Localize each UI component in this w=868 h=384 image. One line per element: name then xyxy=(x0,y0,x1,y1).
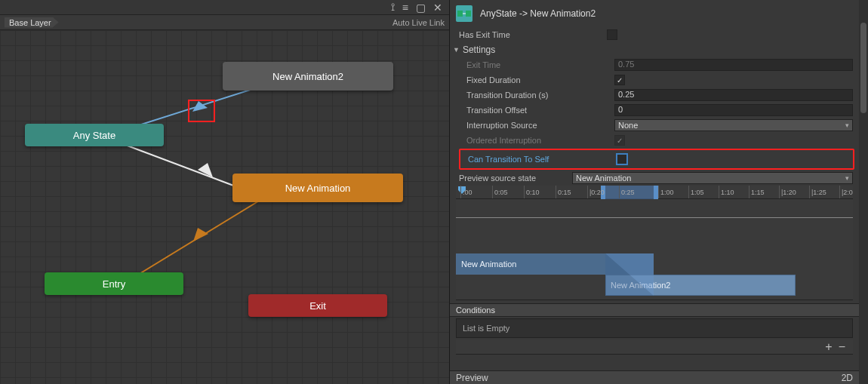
can-transition-to-self-checkbox[interactable] xyxy=(616,153,628,165)
prop-has-exit-time: Has Exit Time xyxy=(450,27,859,42)
inspector-header: AnyState -> New Animation2 xyxy=(450,0,859,27)
node-entry[interactable]: Entry xyxy=(45,272,183,295)
ordered-interruption-label: Ordered Interruption xyxy=(466,136,614,145)
close-icon[interactable]: ✕ xyxy=(431,2,445,14)
timeline-ruler[interactable]: :00 0:05 0:10 0:15 |0:20 0:25 1:00 1:05 … xyxy=(456,186,853,199)
node-new-animation[interactable]: New Animation xyxy=(232,174,403,202)
transition-duration-label: Transition Duration (s) xyxy=(466,91,614,100)
chevron-down-icon: ▾ xyxy=(845,121,849,129)
remove-condition-button[interactable]: − xyxy=(839,340,845,354)
transition-offset-label: Transition Offset xyxy=(466,106,614,115)
svg-marker-5 xyxy=(193,228,208,241)
fixed-duration-checkbox[interactable] xyxy=(614,75,625,85)
transition-icon xyxy=(456,5,472,22)
transition-timeline[interactable]: :00 0:05 0:10 0:15 |0:20 0:25 1:00 1:05 … xyxy=(456,186,853,300)
preview-mode-toggle[interactable]: 2D xyxy=(842,373,853,383)
auto-live-link-button[interactable]: Auto Live Link xyxy=(392,18,445,27)
preview-label: Preview xyxy=(456,373,488,383)
svg-rect-7 xyxy=(466,11,471,17)
lock-icon[interactable]: ⟟ xyxy=(389,1,397,14)
ordered-interruption-checkbox xyxy=(614,135,625,146)
preview-source-select[interactable]: New Animation ▾ xyxy=(572,172,853,184)
minimize-icon[interactable]: ▢ xyxy=(414,2,428,14)
highlight-can-transition-to-self: Can Transition To Self xyxy=(459,149,854,170)
exit-time-field: 0.75 xyxy=(614,59,853,71)
svg-rect-6 xyxy=(457,11,463,17)
interruption-source-select[interactable]: None ▾ xyxy=(614,119,853,131)
inspector-panel: AnyState -> New Animation2 Has Exit Time… xyxy=(449,0,868,384)
node-anystate[interactable]: Any State xyxy=(25,124,164,146)
svg-marker-1 xyxy=(192,101,208,112)
timeline-baseline xyxy=(456,217,853,218)
conditions-toolbar: + − xyxy=(456,339,853,355)
window-controls: ⟟ ≡ ▢ ✕ xyxy=(0,0,449,15)
preview-source-label: Preview source state xyxy=(459,174,572,183)
conditions-header: Conditions xyxy=(450,303,859,317)
blend-triangle xyxy=(605,253,654,296)
scrollbar-thumb[interactable] xyxy=(860,23,866,113)
chevron-down-icon: ▼ xyxy=(453,46,460,54)
node-exit[interactable]: Exit xyxy=(248,294,387,317)
interruption-source-label: Interruption Source xyxy=(466,121,614,130)
inspector-title: AnyState -> New Animation2 xyxy=(480,8,596,19)
node-new-animation2[interactable]: New Animation2 xyxy=(223,62,393,91)
preview-bar: Preview 2D xyxy=(450,370,859,384)
animator-toolbar: Base Layer Auto Live Link xyxy=(0,15,449,30)
can-transition-to-self-label: Can Transition To Self xyxy=(468,155,616,164)
timeline-body[interactable]: New Animation New Animation2 xyxy=(456,199,853,300)
animator-graph[interactable]: Any State New Animation2 New Animation E… xyxy=(0,30,449,384)
inspector-scrollbar[interactable] xyxy=(859,0,868,384)
fixed-duration-label: Fixed Duration xyxy=(466,75,614,84)
animator-panel: ⟟ ≡ ▢ ✕ Base Layer Auto Live Link xyxy=(0,0,449,384)
menu-icon[interactable]: ≡ xyxy=(400,2,411,14)
breadcrumb[interactable]: Base Layer xyxy=(5,17,59,28)
has-exit-time-checkbox[interactable] xyxy=(607,29,617,40)
add-condition-button[interactable]: + xyxy=(825,340,832,354)
settings-label: Settings xyxy=(463,45,495,55)
svg-line-2 xyxy=(113,140,242,189)
transition-offset-field[interactable]: 0 xyxy=(614,104,853,116)
conditions-list: List is Empty xyxy=(456,318,853,338)
settings-foldout[interactable]: ▼ Settings xyxy=(450,42,859,57)
chevron-down-icon: ▾ xyxy=(845,174,849,182)
exit-time-label: Exit Time xyxy=(466,60,614,69)
transition-duration-field[interactable]: 0.25 xyxy=(614,89,853,101)
